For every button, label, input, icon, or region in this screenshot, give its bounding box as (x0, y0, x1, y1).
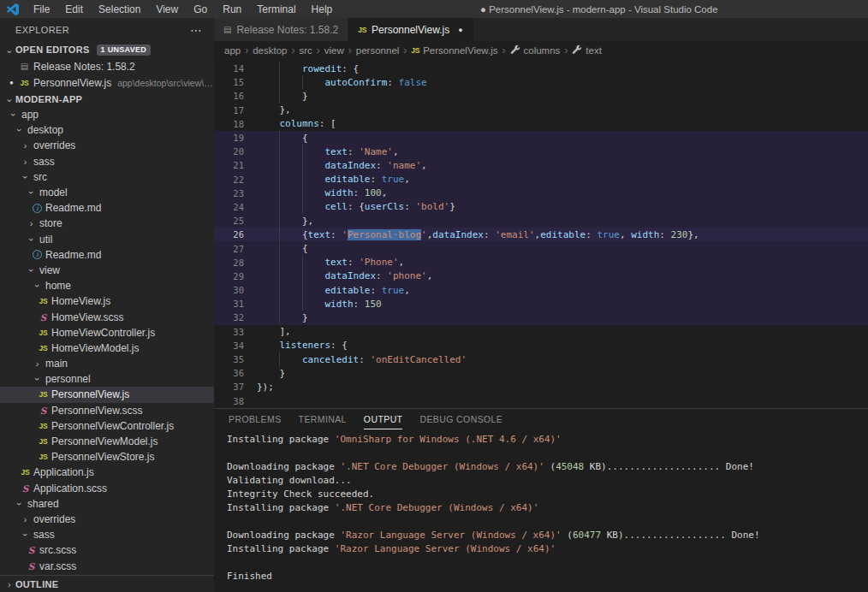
tree-item-readme.md[interactable]: iReadme.md (0, 200, 214, 216)
dirty-indicator-icon[interactable]: ● (5, 79, 18, 86)
line-content: editable: true, (244, 173, 868, 186)
tree-item-homeviewcontroller.js[interactable]: JSHomeViewController.js (0, 325, 214, 340)
tree-item-label: var.scss (39, 560, 76, 572)
tree-item-view[interactable]: ›view (0, 263, 214, 278)
panel-tab-output[interactable]: OUTPUT (364, 409, 403, 429)
chevron-right-icon: › (25, 218, 38, 228)
tree-item-sass[interactable]: ›sass (0, 154, 214, 169)
code-line-30[interactable]: 30 editable: true, (214, 283, 868, 297)
breadcrumb-item-text[interactable]: text (572, 44, 602, 56)
file-icon-slot: JS (37, 344, 50, 352)
code-line-18[interactable]: 18 columns: [ (214, 117, 868, 131)
code-line-29[interactable]: 29 dataIndex: 'phone', (214, 269, 868, 283)
code-line-32[interactable]: 32 } (214, 311, 868, 324)
menu-view[interactable]: View (148, 0, 186, 18)
outline-header[interactable]: › OUTLINE (0, 575, 214, 592)
tree-item-overrides[interactable]: ›overrides (0, 138, 214, 153)
tree-item-util[interactable]: ›util (0, 232, 214, 247)
tree-item-application.js[interactable]: JSApplication.js (0, 465, 214, 480)
dirty-dot-icon[interactable]: ● (458, 26, 462, 34)
code-line-27[interactable]: 27 { (214, 241, 868, 255)
code-line-22[interactable]: 22 editable: true, (214, 173, 868, 186)
open-editor-item[interactable]: ●JSPersonnelView.jsapp\desktop\src\view\… (0, 74, 214, 91)
menu-selection[interactable]: Selection (91, 0, 148, 18)
tree-item-main[interactable]: ›main (0, 356, 214, 371)
code-line-38[interactable]: 38 (214, 394, 868, 408)
breadcrumb-item-columns[interactable]: columns (510, 44, 561, 56)
menu-go[interactable]: Go (186, 0, 215, 18)
code-line-37[interactable]: 37}); (214, 380, 868, 394)
tree-item-personnelviewcontroller.js[interactable]: JSPersonnelViewController.js (0, 418, 214, 434)
breadcrumb-item-view[interactable]: view (324, 45, 344, 56)
code-line-28[interactable]: 28 text: 'Phone', (214, 256, 868, 269)
code-line-31[interactable]: 31 width: 150 (214, 297, 868, 311)
code-line-16[interactable]: 16 } (214, 89, 868, 103)
code-token: listeners (280, 340, 331, 351)
code-line-21[interactable]: 21 dataIndex: 'name', (214, 158, 868, 172)
panel-tab-problems[interactable]: PROBLEMS (229, 409, 282, 429)
workspace-header[interactable]: ⌄ MODERN-APP (0, 91, 214, 107)
tree-item-sass[interactable]: ›sass (0, 527, 214, 542)
tree-item-shared[interactable]: ›shared (0, 496, 214, 512)
breadcrumb-item-src[interactable]: src (299, 45, 312, 56)
code-line-20[interactable]: 20 text: 'Name', (214, 145, 868, 158)
chevron-down-icon: › (33, 373, 43, 386)
tree-item-label: PersonnelView.scss (51, 405, 143, 417)
panel-tab-terminal[interactable]: TERMINAL (299, 409, 347, 429)
breadcrumb-item-desktop[interactable]: desktop (253, 45, 287, 56)
tree-item-personnelview.js[interactable]: JSPersonnelView.js (0, 387, 214, 402)
breadcrumb-item-app[interactable]: app (224, 45, 241, 56)
code-line-33[interactable]: 33 ], (214, 325, 868, 339)
menu-edit[interactable]: Edit (57, 0, 91, 18)
code-line-34[interactable]: 34 listeners: { (214, 339, 868, 352)
tree-item-desktop[interactable]: ›desktop (0, 122, 214, 138)
code-line-15[interactable]: 15 autoConfirm: false (214, 75, 868, 89)
code-token: true (382, 174, 405, 185)
tree-item-application.scss[interactable]: SApplication.scss (0, 481, 214, 496)
tree-item-personnelviewstore.js[interactable]: JSPersonnelViewStore.js (0, 449, 214, 465)
tree-item-src[interactable]: ›src (0, 169, 214, 185)
tree-item-personnelviewmodel.js[interactable]: JSPersonnelViewModel.js (0, 434, 214, 449)
open-editor-item[interactable]: ▤Release Notes: 1.58.2 (0, 58, 214, 74)
code-editor[interactable]: 14 rowedit: {15 autoConfirm: false16 }17… (214, 60, 868, 408)
menu-terminal[interactable]: Terminal (249, 0, 303, 18)
code-line-26[interactable]: 26 {text: 'Personal·blog',dataIndex: 'em… (214, 228, 868, 241)
indent-spaces (257, 104, 280, 115)
tree-item-overrides[interactable]: ›overrides (0, 512, 214, 527)
code-token: [ (330, 118, 336, 129)
menu-file[interactable]: File (26, 0, 57, 18)
tree-item-homeview.scss[interactable]: SHomeView.scss (0, 309, 214, 324)
code-line-35[interactable]: 35 canceledit: 'onEditCancelled' (214, 352, 868, 366)
tree-item-label: store (39, 217, 62, 229)
tree-item-home[interactable]: ›home (0, 278, 214, 293)
tab-release[interactable]: ▤Release Notes: 1.58.2 (214, 18, 348, 41)
tree-item-readme.md[interactable]: iReadme.md (0, 247, 214, 263)
code-line-24[interactable]: 24 cell: {userCls: 'bold'} (214, 200, 868, 214)
more-actions-icon[interactable]: ⋯ (187, 23, 205, 37)
panel-tab-debug-console[interactable]: DEBUG CONSOLE (419, 409, 502, 429)
tree-item-personnel[interactable]: ›personnel (0, 371, 214, 387)
line-content: ], (244, 325, 868, 339)
tree-item-src.scss[interactable]: Ssrc.scss (0, 542, 214, 558)
menu-help[interactable]: Help (304, 0, 341, 18)
code-line-25[interactable]: 25 }, (214, 214, 868, 228)
breadcrumb-item-personnel[interactable]: personnel (356, 45, 400, 56)
tab-personnelview.js[interactable]: JSPersonnelView.js● (348, 18, 473, 41)
tree-item-homeview.js[interactable]: JSHomeView.js (0, 293, 214, 309)
tree-item-homeviewmodel.js[interactable]: JSHomeViewModel.js (0, 340, 214, 356)
code-line-17[interactable]: 17 }, (214, 104, 868, 117)
menu-run[interactable]: Run (215, 0, 249, 18)
tree-item-var.scss[interactable]: Svar.scss (0, 558, 214, 573)
tree-item-label: HomeViewController.js (51, 327, 155, 339)
open-editors-header[interactable]: ⌄ OPEN EDITORS 1 UNSAVED (0, 41, 214, 58)
code-line-23[interactable]: 23 width: 100, (214, 186, 868, 200)
tree-item-app[interactable]: ›app (0, 107, 214, 122)
output-token: Downloading package (227, 530, 340, 541)
code-line-36[interactable]: 36 } (214, 366, 868, 380)
tree-item-personnelview.scss[interactable]: SPersonnelView.scss (0, 403, 214, 418)
code-line-19[interactable]: 19 { (214, 131, 868, 145)
breadcrumb-item-personnelview.js[interactable]: JSPersonnelView.js (411, 45, 497, 56)
tree-item-store[interactable]: ›store (0, 216, 214, 231)
code-line-14[interactable]: 14 rowedit: { (214, 62, 868, 75)
tree-item-model[interactable]: ›model (0, 185, 214, 200)
